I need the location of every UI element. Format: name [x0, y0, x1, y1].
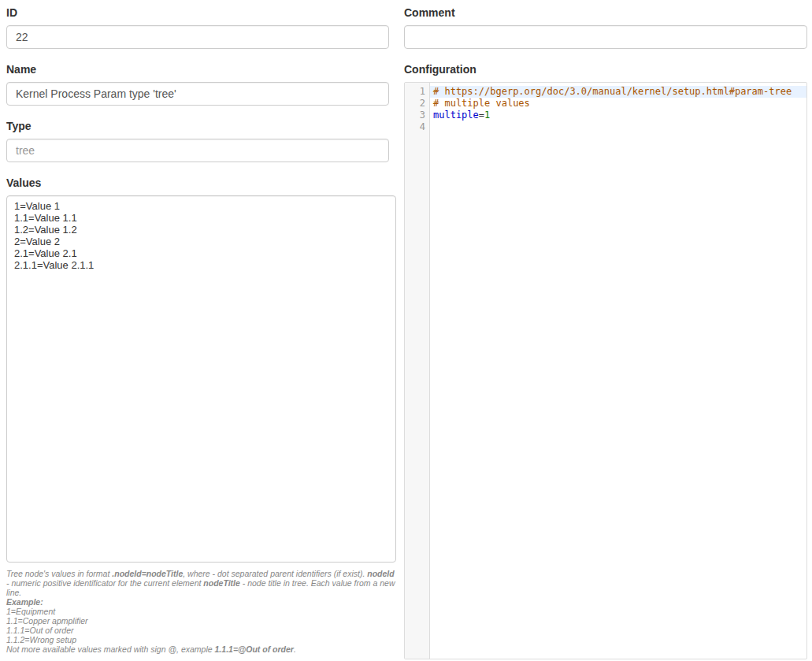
line-number: 2: [407, 98, 425, 110]
token-number: 1: [484, 110, 490, 121]
field-group-id: ID: [6, 6, 396, 49]
id-label: ID: [6, 6, 396, 19]
type-input[interactable]: [6, 139, 389, 162]
code-line[interactable]: # https://bgerp.org/doc/3.0/manual/kerne…: [430, 86, 806, 98]
param-edit-form: ID Name Type Values 1=Value 1 1.1=Value …: [0, 0, 812, 659]
type-label: Type: [6, 120, 396, 132]
comment-label: Comment: [404, 6, 807, 19]
token-comment: # multiple values: [433, 98, 530, 109]
configuration-label: Configuration: [404, 63, 807, 76]
code-line[interactable]: [430, 121, 806, 133]
editor-code-area[interactable]: # https://bgerp.org/doc/3.0/manual/kerne…: [430, 83, 806, 659]
field-group-comment: Comment: [404, 6, 807, 49]
values-help: Tree node's values in format .nodeId=nod…: [6, 569, 396, 654]
field-group-values: Values 1=Value 1 1.1=Value 1.1 1.2=Value…: [6, 176, 396, 654]
help-bold-text: 1.1.1=@Out of order: [215, 644, 294, 654]
left-column: ID Name Type Values 1=Value 1 1.1=Value …: [6, 6, 396, 654]
line-number: 1: [407, 86, 425, 98]
line-number: 3: [407, 110, 425, 121]
comment-input[interactable]: [404, 25, 807, 49]
help-text: .: [294, 644, 296, 654]
help-text: 1=Equipment 1.1=Copper apmplifier 1.1.1=…: [6, 607, 215, 654]
values-textarea[interactable]: 1=Value 1 1.1=Value 1.1 1.2=Value 1.2 2=…: [6, 195, 396, 563]
field-group-configuration: Configuration 1234 # https://bgerp.org/d…: [404, 63, 807, 659]
help-bold-text: nodeId: [367, 569, 394, 578]
code-line[interactable]: # multiple values: [430, 98, 806, 110]
field-group-name: Name: [6, 63, 396, 106]
field-group-type: Type: [6, 120, 396, 162]
help-bold-text: nodeTitle: [203, 578, 239, 588]
code-line[interactable]: multiple=1: [430, 110, 806, 121]
name-input[interactable]: [6, 82, 389, 106]
editor-line-number-gutter: 1234: [405, 83, 430, 659]
line-number: 4: [407, 121, 425, 133]
values-label: Values: [6, 176, 396, 189]
id-input[interactable]: [6, 25, 389, 49]
config-code-editor[interactable]: 1234 # https://bgerp.org/doc/3.0/manual/…: [404, 82, 807, 659]
help-bold-text: .nodeId=nodeTitle: [112, 569, 183, 578]
help-text: Tree node's values in format: [6, 569, 112, 578]
token-key: multiple: [433, 110, 479, 121]
name-label: Name: [6, 63, 396, 76]
help-bold-text: Example:: [6, 597, 43, 607]
token-comment: # https://bgerp.org/doc/3.0/manual/kerne…: [433, 86, 792, 97]
right-column: Comment Configuration 1234 # https://bge…: [404, 6, 807, 659]
token-operator: =: [479, 110, 484, 121]
help-text: , where - dot separated parent identifie…: [183, 569, 367, 578]
